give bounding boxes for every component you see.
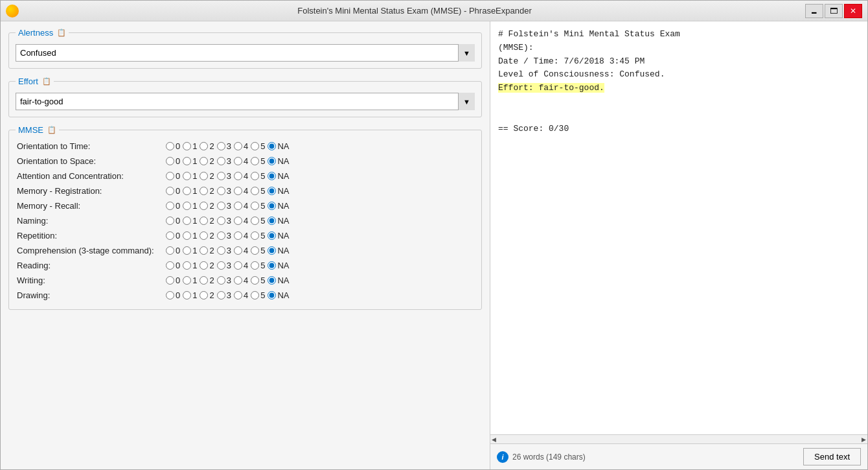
radio-option-0[interactable]: 0 [166, 231, 180, 241]
radio-option-0[interactable]: 0 [166, 171, 180, 181]
radio-input[interactable] [200, 217, 208, 225]
radio-input[interactable] [268, 142, 276, 150]
radio-input[interactable] [200, 187, 208, 195]
radio-option-NA[interactable]: NA [268, 261, 289, 270]
radio-option-NA[interactable]: NA [268, 231, 289, 241]
radio-option-1[interactable]: 1 [183, 276, 197, 285]
radio-option-NA[interactable]: NA [268, 156, 289, 166]
radio-input[interactable] [268, 217, 276, 225]
radio-option-0[interactable]: 0 [166, 276, 180, 285]
radio-option-5[interactable]: 5 [251, 231, 265, 241]
radio-option-NA[interactable]: NA [268, 290, 289, 300]
radio-option-4[interactable]: 4 [234, 276, 248, 285]
radio-option-5[interactable]: 5 [251, 141, 265, 151]
radio-input[interactable] [166, 172, 174, 180]
radio-option-NA[interactable]: NA [268, 186, 289, 196]
radio-option-1[interactable]: 1 [183, 201, 197, 211]
radio-input[interactable] [234, 291, 242, 300]
radio-option-1[interactable]: 1 [183, 216, 197, 226]
radio-input[interactable] [166, 217, 174, 225]
radio-option-0[interactable]: 0 [166, 141, 180, 151]
radio-option-2[interactable]: 2 [200, 141, 214, 151]
close-button[interactable]: ✕ [844, 4, 862, 18]
radio-input[interactable] [251, 202, 259, 210]
radio-input[interactable] [234, 217, 242, 225]
radio-option-3[interactable]: 3 [217, 156, 231, 166]
radio-input[interactable] [217, 187, 225, 195]
radio-input[interactable] [251, 246, 259, 255]
radio-option-4[interactable]: 4 [234, 261, 248, 270]
radio-option-NA[interactable]: NA [268, 216, 289, 226]
radio-option-4[interactable]: 4 [234, 156, 248, 166]
scroll-left-arrow[interactable]: ◀ [492, 436, 496, 443]
radio-input[interactable] [200, 172, 208, 180]
radio-input[interactable] [166, 202, 174, 210]
radio-input[interactable] [234, 187, 242, 195]
radio-option-2[interactable]: 2 [200, 231, 214, 241]
radio-input[interactable] [234, 276, 242, 285]
radio-input[interactable] [234, 261, 242, 270]
radio-input[interactable] [268, 172, 276, 180]
radio-option-3[interactable]: 3 [217, 290, 231, 300]
radio-option-3[interactable]: 3 [217, 141, 231, 151]
radio-input[interactable] [251, 187, 259, 195]
horizontal-scrollbar[interactable]: ◀ ▶ [490, 434, 867, 443]
radio-option-0[interactable]: 0 [166, 216, 180, 226]
radio-option-3[interactable]: 3 [217, 216, 231, 226]
radio-option-1[interactable]: 1 [183, 186, 197, 196]
radio-option-5[interactable]: 5 [251, 201, 265, 211]
radio-option-5[interactable]: 5 [251, 156, 265, 166]
radio-input[interactable] [166, 142, 174, 150]
effort-select[interactable]: poorfairfair-to-goodgoodexcellent [16, 93, 475, 110]
radio-input[interactable] [234, 231, 242, 240]
radio-input[interactable] [200, 202, 208, 210]
radio-option-0[interactable]: 0 [166, 201, 180, 211]
radio-input[interactable] [234, 202, 242, 210]
radio-option-2[interactable]: 2 [200, 261, 214, 270]
radio-input[interactable] [183, 217, 191, 225]
radio-option-5[interactable]: 5 [251, 171, 265, 181]
radio-input[interactable] [217, 217, 225, 225]
radio-input[interactable] [268, 157, 276, 165]
radio-option-3[interactable]: 3 [217, 261, 231, 270]
radio-input[interactable] [268, 276, 276, 285]
radio-option-NA[interactable]: NA [268, 141, 289, 151]
send-text-button[interactable]: Send text [803, 448, 861, 465]
radio-input[interactable] [183, 187, 191, 195]
radio-input[interactable] [234, 246, 242, 255]
radio-input[interactable] [268, 202, 276, 210]
radio-option-3[interactable]: 3 [217, 276, 231, 285]
radio-option-NA[interactable]: NA [268, 276, 289, 285]
radio-option-4[interactable]: 4 [234, 171, 248, 181]
radio-input[interactable] [251, 172, 259, 180]
radio-input[interactable] [234, 157, 242, 165]
radio-option-4[interactable]: 4 [234, 231, 248, 241]
radio-input[interactable] [183, 172, 191, 180]
radio-option-0[interactable]: 0 [166, 156, 180, 166]
radio-input[interactable] [200, 276, 208, 285]
radio-option-0[interactable]: 0 [166, 246, 180, 255]
radio-option-1[interactable]: 1 [183, 171, 197, 181]
radio-input[interactable] [166, 276, 174, 285]
radio-input[interactable] [217, 142, 225, 150]
radio-option-1[interactable]: 1 [183, 231, 197, 241]
radio-option-3[interactable]: 3 [217, 171, 231, 181]
radio-option-2[interactable]: 2 [200, 216, 214, 226]
radio-option-5[interactable]: 5 [251, 290, 265, 300]
radio-input[interactable] [217, 202, 225, 210]
radio-option-1[interactable]: 1 [183, 156, 197, 166]
radio-input[interactable] [217, 291, 225, 300]
radio-input[interactable] [234, 172, 242, 180]
radio-option-0[interactable]: 0 [166, 290, 180, 300]
radio-option-1[interactable]: 1 [183, 261, 197, 270]
radio-input[interactable] [183, 246, 191, 255]
radio-option-5[interactable]: 5 [251, 186, 265, 196]
radio-input[interactable] [268, 231, 276, 240]
radio-input[interactable] [166, 231, 174, 240]
radio-input[interactable] [234, 142, 242, 150]
radio-option-4[interactable]: 4 [234, 201, 248, 211]
radio-option-3[interactable]: 3 [217, 186, 231, 196]
radio-option-2[interactable]: 2 [200, 186, 214, 196]
radio-input[interactable] [217, 261, 225, 270]
radio-input[interactable] [251, 231, 259, 240]
